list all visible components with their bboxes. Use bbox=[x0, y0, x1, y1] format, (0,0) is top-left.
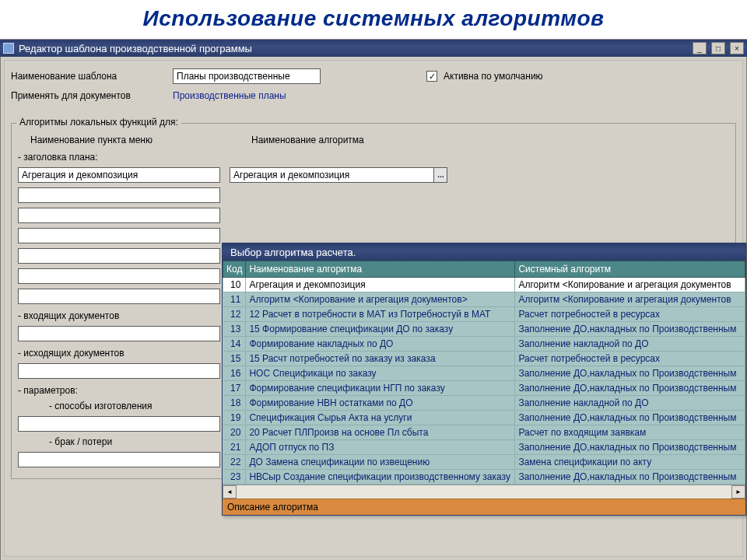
outgoing-menu-input[interactable] bbox=[18, 363, 220, 379]
grid-cell-name: Агрегация и декомпозиция bbox=[246, 278, 515, 292]
col-header-menu: Наименование пункта меню bbox=[18, 135, 251, 145]
grid-cell-code: 20 bbox=[223, 425, 246, 440]
grid-cell-sys: Расчет по входящим заявкам bbox=[515, 425, 745, 440]
grid-cell-code: 19 bbox=[223, 411, 246, 425]
grid-cell-sys: Алгоритм <Копирование и агрегация докуме… bbox=[515, 278, 745, 292]
active-default-label: Активна по умолчанию bbox=[444, 71, 543, 82]
close-button[interactable]: × bbox=[730, 42, 744, 54]
grid-cell-sys: Заполнение накладной по ДО bbox=[515, 396, 745, 411]
algorithms-group-legend: Алгоритмы локальных функций для: bbox=[16, 117, 181, 128]
grid-cell-sys: Замена спецификации по акту bbox=[515, 455, 745, 470]
apply-for-link[interactable]: Производственные планы bbox=[173, 90, 286, 101]
menu-input[interactable] bbox=[18, 248, 220, 264]
table-row[interactable]: 1212 Расчет в потребности в МАТ из Потре… bbox=[223, 307, 745, 322]
grid-cell-sys: Заполнение ДО,накладных по Производствен… bbox=[515, 470, 745, 485]
table-row[interactable]: 18Формирование НВН остатками по ДОЗаполн… bbox=[223, 396, 745, 411]
plan-header-algo-input[interactable] bbox=[230, 167, 433, 183]
horizontal-scrollbar[interactable]: ◄ ► bbox=[223, 485, 745, 499]
grid-cell-sys: Заполнение ДО,накладных по Производствен… bbox=[515, 366, 745, 381]
algorithm-description-label: Описание алгоритма bbox=[223, 499, 745, 515]
grid-cell-code: 12 bbox=[223, 307, 246, 322]
table-row[interactable]: 21АДОП отпуск по ПЗЗаполнение ДО,накладн… bbox=[223, 440, 745, 455]
plan-header-algo-picker-button[interactable]: … bbox=[433, 167, 447, 183]
grid-cell-code: 16 bbox=[223, 366, 246, 381]
editor-titlebar: Редактор шаблона производственной програ… bbox=[0, 40, 747, 57]
grid-cell-code: 17 bbox=[223, 381, 246, 396]
grid-cell-name: АДОП отпуск по ПЗ bbox=[246, 440, 515, 455]
scroll-left-icon[interactable]: ◄ bbox=[223, 485, 237, 499]
col-header-algo: Наименование алгоритма bbox=[251, 135, 485, 145]
grid-cell-name: Спецификация Сырья Акта на услуги bbox=[246, 411, 515, 425]
grid-cell-name: НВСыр Создание спецификации производстве… bbox=[246, 470, 515, 485]
plan-header-menu-input[interactable] bbox=[18, 167, 220, 183]
grid-cell-sys: Заполнение ДО,накладных по Производствен… bbox=[515, 440, 745, 455]
grid-cell-name: Формирование спецификации НГП по заказу bbox=[246, 381, 515, 396]
grid-cell-name: 12 Расчет в потребности в МАТ из Потребн… bbox=[246, 307, 515, 322]
menu-input[interactable] bbox=[18, 228, 220, 243]
grid-cell-name: 15 Расчт потребностей по заказу из заказ… bbox=[246, 352, 515, 366]
grid-cell-code: 22 bbox=[223, 455, 246, 470]
grid-cell-code: 10 bbox=[223, 278, 246, 292]
apply-for-label: Применять для документов bbox=[11, 90, 167, 101]
grid-cell-sys: Заполнение ДО,накладных по Производствен… bbox=[515, 322, 745, 337]
grid-cell-code: 15 bbox=[223, 352, 246, 366]
table-row[interactable]: 14Формирование накладных по ДОЗаполнение… bbox=[223, 337, 745, 352]
grid-header-code[interactable]: Код bbox=[223, 261, 246, 278]
grid-cell-name: 15 Формирование спецификации ДО по заказ… bbox=[246, 322, 515, 337]
minimize-button[interactable]: _ bbox=[693, 42, 707, 54]
table-row[interactable]: 10Агрегация и декомпозицияАлгоритм <Копи… bbox=[223, 278, 745, 292]
menu-input[interactable] bbox=[18, 187, 220, 203]
picker-window-title: Выбор алгоритма расчета. bbox=[230, 247, 356, 258]
grid-header-name[interactable]: Наименование алгоритма bbox=[246, 261, 515, 278]
grid-cell-name: НОС Спецификаци по заказу bbox=[246, 366, 515, 381]
grid-cell-sys: Заполнение накладной по ДО bbox=[515, 337, 745, 352]
active-default-checkbox[interactable]: ✓ bbox=[426, 71, 437, 82]
grid-cell-code: 21 bbox=[223, 440, 246, 455]
grid-cell-code: 23 bbox=[223, 470, 246, 485]
maximize-button[interactable]: □ bbox=[711, 42, 725, 54]
picker-titlebar: Выбор алгоритма расчета. bbox=[223, 243, 745, 261]
grid-cell-sys: Расчет потребностей в ресурсах bbox=[515, 352, 745, 366]
menu-input[interactable] bbox=[18, 268, 220, 284]
table-row[interactable]: 19Спецификация Сырья Акта на услугиЗапол… bbox=[223, 411, 745, 425]
table-row[interactable]: 23НВСыр Создание спецификации производст… bbox=[223, 470, 745, 485]
grid-cell-sys: Алгоритм <Копирование и агрегация докуме… bbox=[515, 292, 745, 307]
grid-cell-code: 18 bbox=[223, 396, 246, 411]
grid-cell-sys: Заполнение ДО,накладных по Производствен… bbox=[515, 411, 745, 425]
slide-title: Использование системных алгоритмов bbox=[0, 0, 747, 36]
table-row[interactable]: 11Алгоритм <Копирование и агрегация доку… bbox=[223, 292, 745, 307]
grid-cell-name: Формирование НВН остатками по ДО bbox=[246, 396, 515, 411]
incoming-menu-input[interactable] bbox=[18, 326, 220, 341]
table-row[interactable]: 2020 Расчет ПЛПроизв на основе Пл сбытаР… bbox=[223, 425, 745, 440]
sub-plan-header: - заголовка плана: bbox=[18, 152, 729, 163]
template-name-input[interactable] bbox=[173, 68, 321, 84]
algorithm-picker-window: Выбор алгоритма расчета. Код Наименовани… bbox=[222, 243, 746, 516]
menu-input[interactable] bbox=[18, 289, 220, 304]
app-icon bbox=[3, 43, 14, 54]
table-row[interactable]: 1515 Расчт потребностей по заказу из зак… bbox=[223, 352, 745, 366]
grid-header-sys[interactable]: Системный алгоритм bbox=[515, 261, 745, 278]
grid-cell-name: 20 Расчет ПЛПроизв на основе Пл сбыта bbox=[246, 425, 515, 440]
table-row[interactable]: 22ДО Замена спецификации по извещениюЗам… bbox=[223, 455, 745, 470]
algorithm-grid[interactable]: Код Наименование алгоритма Системный алг… bbox=[223, 261, 745, 485]
scroll-right-icon[interactable]: ► bbox=[731, 485, 745, 499]
table-row[interactable]: 16НОС Спецификаци по заказуЗаполнение ДО… bbox=[223, 366, 745, 381]
grid-cell-sys: Расчет потребностей в ресурсах bbox=[515, 307, 745, 322]
scroll-track[interactable] bbox=[237, 485, 731, 499]
table-row[interactable]: 17Формирование спецификации НГП по заказ… bbox=[223, 381, 745, 396]
loss-menu-input[interactable] bbox=[18, 452, 220, 467]
editor-window-title: Редактор шаблона производственной програ… bbox=[19, 43, 252, 54]
grid-cell-sys: Заполнение ДО,накладных по Производствен… bbox=[515, 381, 745, 396]
grid-cell-code: 14 bbox=[223, 337, 246, 352]
grid-cell-name: Алгоритм <Копирование и агрегация докуме… bbox=[246, 292, 515, 307]
grid-cell-name: Формирование накладных по ДО bbox=[246, 337, 515, 352]
grid-cell-code: 11 bbox=[223, 292, 246, 307]
methods-menu-input[interactable] bbox=[18, 416, 220, 432]
table-row[interactable]: 1315 Формирование спецификации ДО по зак… bbox=[223, 322, 745, 337]
menu-input[interactable] bbox=[18, 208, 220, 223]
grid-cell-code: 13 bbox=[223, 322, 246, 337]
grid-cell-name: ДО Замена спецификации по извещению bbox=[246, 455, 515, 470]
template-name-label: Наименование шаблона bbox=[11, 71, 167, 82]
